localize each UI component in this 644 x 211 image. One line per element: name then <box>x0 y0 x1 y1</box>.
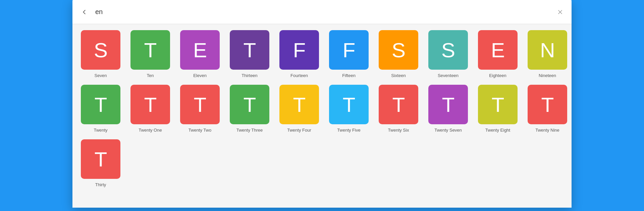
tile-label: Eighteen <box>489 73 506 78</box>
tile-label: Twenty One <box>139 128 162 133</box>
grid-item[interactable]: TTwenty Eight <box>473 82 523 137</box>
tile-label: Twenty Four <box>287 128 311 133</box>
grid-row-1: TTwentyTTwenty OneTTwenty TwoTTwenty Thr… <box>76 82 568 137</box>
grid-item[interactable]: TTwenty Seven <box>423 82 473 137</box>
tile: F <box>329 30 369 70</box>
grid-item[interactable]: SSeven <box>76 27 125 82</box>
grid-item[interactable]: FFifteen <box>324 27 374 82</box>
tile: T <box>81 85 120 124</box>
app-background: SSevenTTenEElevenTThirteenFFourteenFFift… <box>0 0 644 211</box>
tile: T <box>180 85 220 124</box>
grid-item[interactable]: SSixteen <box>374 27 423 82</box>
tile-label: Thirteen <box>241 73 258 78</box>
grid-item[interactable]: TTen <box>125 27 175 82</box>
tile-label: Nineteen <box>539 73 556 78</box>
grid-item[interactable]: TTwenty Three <box>225 82 274 137</box>
grid-item[interactable]: FFourteen <box>274 27 324 82</box>
tile: N <box>528 30 567 70</box>
tile: T <box>130 30 170 70</box>
tile: S <box>379 30 418 70</box>
tile: T <box>528 85 567 124</box>
tile: E <box>180 30 220 70</box>
grid-item[interactable]: TTwenty Four <box>274 82 324 137</box>
results-grid: SSevenTTenEElevenTThirteenFFourteenFFift… <box>72 24 572 208</box>
grid-item[interactable]: TTwenty <box>76 82 125 137</box>
tile-label: Fourteen <box>290 73 308 78</box>
tile-label: Thirty <box>95 182 106 187</box>
tile-label: Twenty Five <box>337 128 360 133</box>
tile: T <box>230 30 269 70</box>
tile-label: Twenty Nine <box>535 128 559 133</box>
grid-item[interactable]: TTwenty One <box>125 82 175 137</box>
grid-row-2: TThirty <box>76 137 568 191</box>
grid-item[interactable]: TTwenty Nine <box>523 82 572 137</box>
tile: T <box>428 85 468 124</box>
tile-label: Seven <box>95 73 107 78</box>
tile-label: Twenty Six <box>388 128 409 133</box>
grid-item[interactable]: EEighteen <box>473 27 523 82</box>
grid-item[interactable]: EEleven <box>175 27 225 82</box>
search-bar <box>72 0 572 24</box>
grid-item[interactable]: NNineteen <box>523 27 572 82</box>
tile: T <box>329 85 369 124</box>
tile: F <box>279 30 319 70</box>
tile: T <box>230 85 269 124</box>
tile-label: Eleven <box>193 73 207 78</box>
tile-label: Twenty Two <box>189 128 211 133</box>
search-input[interactable] <box>95 8 555 16</box>
tile: S <box>428 30 468 70</box>
tile: T <box>81 139 120 179</box>
tile-label: Sixteen <box>391 73 406 78</box>
tile: T <box>279 85 319 124</box>
tile: E <box>478 30 518 70</box>
tile-label: Fifteen <box>342 73 356 78</box>
tile-label: Twenty Eight <box>485 128 510 133</box>
grid-item[interactable]: TThirty <box>76 137 125 191</box>
search-modal: SSevenTTenEElevenTThirteenFFourteenFFift… <box>72 0 572 208</box>
grid-item[interactable]: TThirteen <box>225 27 274 82</box>
tile: T <box>478 85 518 124</box>
grid-row-0: SSevenTTenEElevenTThirteenFFourteenFFift… <box>76 27 568 82</box>
back-button[interactable] <box>79 7 89 17</box>
grid-item[interactable]: SSeventeen <box>423 27 473 82</box>
tile-label: Ten <box>147 73 154 78</box>
tile-label: Twenty Three <box>236 128 263 133</box>
tile-label: Seventeen <box>438 73 459 78</box>
tile-label: Twenty <box>94 128 107 133</box>
tile: T <box>379 85 418 124</box>
grid-item[interactable]: TTwenty Two <box>175 82 225 137</box>
grid-item[interactable]: TTwenty Five <box>324 82 374 137</box>
tile: S <box>81 30 120 70</box>
tile-label: Twenty Seven <box>434 128 462 133</box>
tile: T <box>130 85 170 124</box>
close-button[interactable] <box>555 7 565 17</box>
grid-item[interactable]: TTwenty Six <box>374 82 423 137</box>
